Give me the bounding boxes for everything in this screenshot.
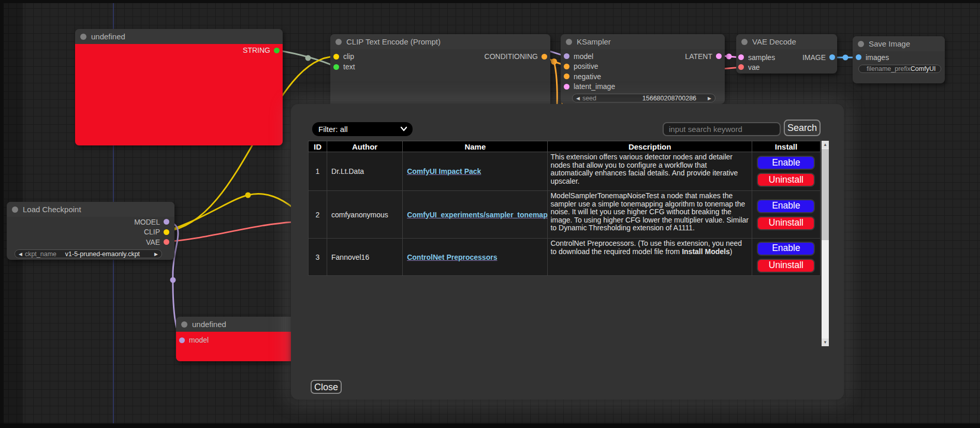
table-row: 3Fannovel16ControlNet PreprocessorsContr… — [309, 239, 821, 276]
close-button[interactable]: Close — [311, 380, 342, 394]
ckpt-name-widget[interactable]: ◀ ckpt_name v1-5-pruned-emaonly.ckpt ▶ — [14, 249, 162, 258]
extension-name-link[interactable]: ComfyUI Impact Pack — [407, 167, 481, 175]
output-slot-string[interactable] — [274, 48, 280, 53]
extension-name-cell: ComfyUI_experiments/sampler_tonemap — [403, 191, 548, 239]
column-header-name: Name — [403, 141, 548, 152]
input-slot-clip[interactable] — [333, 54, 339, 60]
extension-name-link[interactable]: ComfyUI_experiments/sampler_tonemap — [407, 211, 548, 219]
node-header[interactable]: undefined — [75, 29, 283, 44]
column-header-author: Author — [327, 141, 403, 152]
input-label: vae — [748, 63, 760, 71]
enable-button[interactable]: Enable — [757, 242, 815, 256]
output-slot-conditioning[interactable] — [542, 54, 547, 60]
wire-dot — [245, 193, 251, 198]
extension-id: 2 — [309, 191, 327, 239]
collapse-dot-icon[interactable] — [12, 206, 18, 213]
node-save-image[interactable]: Save Image images filename_prefix ComfyU… — [853, 36, 945, 83]
wire-dot — [305, 55, 311, 61]
table-header-row: IDAuthorNameDescriptionInstall — [309, 141, 821, 152]
enable-button[interactable]: Enable — [757, 156, 815, 170]
input-label: text — [343, 63, 355, 71]
input-slot-text[interactable] — [333, 64, 339, 70]
node-header[interactable]: KSampler — [561, 34, 725, 49]
filter-select[interactable]: Filter: all — [312, 122, 413, 136]
uninstall-button[interactable]: Uninstall — [757, 259, 815, 273]
input-label: negative — [574, 72, 601, 81]
output-slot-image[interactable] — [829, 54, 835, 60]
search-input[interactable] — [663, 122, 781, 136]
extension-description: This extension offers various detector n… — [548, 152, 752, 191]
node-undefined-top[interactable]: undefined STRING — [75, 29, 283, 145]
collapse-dot-icon[interactable] — [181, 321, 187, 328]
column-header-description: Description — [548, 141, 752, 152]
node-undefined-bottom[interactable]: undefined model — [176, 317, 295, 361]
input-slot-positive[interactable] — [564, 64, 569, 69]
widget-value: 156680208700286 — [642, 95, 696, 102]
wire-cond-down — [554, 62, 557, 106]
input-slot-vae[interactable] — [738, 64, 744, 70]
extension-author: Fannovel16 — [327, 239, 403, 276]
wire-dot — [551, 58, 557, 65]
output-label: CLIP — [144, 228, 160, 236]
node-vae-decode[interactable]: VAE Decode samples IMAGE vae — [736, 34, 837, 73]
scrollbar-thumb[interactable] — [822, 149, 829, 240]
node-title: undefined — [192, 320, 226, 329]
node-header[interactable]: VAE Decode — [736, 34, 837, 49]
scroll-up-icon[interactable]: ▲ — [822, 141, 829, 149]
extension-name-link[interactable]: ControlNet Preprocessors — [407, 253, 497, 261]
collapse-dot-icon[interactable] — [566, 39, 572, 45]
input-slot-model[interactable] — [564, 53, 569, 59]
input-label: samples — [748, 53, 775, 62]
node-header[interactable]: Save Image — [853, 36, 945, 51]
node-header[interactable]: Load Checkpoint — [7, 202, 174, 217]
decrement-arrow-icon[interactable]: ◀ — [576, 96, 580, 101]
node-title: undefined — [91, 32, 125, 41]
uninstall-button[interactable]: Uninstall — [757, 216, 815, 230]
widget-label: seed — [582, 95, 596, 102]
node-header[interactable]: CLIP Text Encode (Prompt) — [330, 34, 550, 49]
input-label: positive — [574, 62, 598, 70]
increment-arrow-icon[interactable]: ▶ — [154, 252, 158, 257]
increment-arrow-icon[interactable]: ▶ — [708, 96, 711, 101]
extension-id: 1 — [309, 152, 327, 191]
input-slot-samples[interactable] — [738, 54, 744, 60]
output-label: IMAGE — [802, 53, 826, 62]
extension-name-cell: ComfyUI Impact Pack — [403, 152, 548, 191]
collapse-dot-icon[interactable] — [335, 39, 342, 45]
output-label: STRING — [243, 46, 270, 54]
uninstall-button[interactable]: Uninstall — [757, 173, 815, 187]
input-label: model — [574, 52, 593, 61]
scrollbar-track[interactable]: ▲ ▼ — [822, 141, 829, 346]
input-label: images — [866, 53, 889, 62]
input-slot-latent-image[interactable] — [564, 84, 569, 90]
output-slot-vae[interactable] — [164, 239, 169, 245]
enable-button[interactable]: Enable — [757, 199, 815, 213]
column-header-id: ID — [309, 141, 327, 152]
collapse-dot-icon[interactable] — [741, 39, 748, 45]
output-label: MODEL — [134, 218, 160, 226]
output-slot-clip[interactable] — [164, 229, 169, 235]
output-slot-latent[interactable] — [716, 53, 722, 59]
node-title: VAE Decode — [752, 37, 796, 46]
wire-dot — [726, 54, 732, 60]
install-cell: EnableUninstall — [752, 239, 820, 276]
node-ksampler[interactable]: KSampler model LATENT positive — [561, 34, 725, 104]
node-header[interactable]: undefined — [176, 317, 295, 332]
search-button[interactable]: Search — [784, 120, 821, 136]
extension-author: comfyanonymous — [327, 191, 403, 239]
seed-widget[interactable]: ◀ seed 156680208700286 ▶ — [572, 94, 715, 102]
input-label: latent_image — [574, 82, 615, 91]
decrement-arrow-icon[interactable]: ◀ — [19, 252, 22, 257]
input-slot-negative[interactable] — [564, 73, 569, 79]
output-slot-model[interactable] — [164, 219, 169, 225]
input-label: model — [189, 336, 209, 344]
output-label: CONDITIONING — [485, 52, 538, 61]
input-label: clip — [343, 52, 354, 61]
filename-prefix-widget[interactable]: filename_prefix ComfyUI — [858, 65, 941, 73]
input-slot-images[interactable] — [856, 54, 861, 60]
collapse-dot-icon[interactable] — [858, 41, 864, 47]
scroll-down-icon[interactable]: ▼ — [822, 338, 829, 346]
input-slot-model[interactable] — [179, 337, 185, 343]
node-load-checkpoint[interactable]: Load Checkpoint MODEL CLIP VAE — [7, 202, 174, 260]
collapse-dot-icon[interactable] — [80, 34, 86, 40]
